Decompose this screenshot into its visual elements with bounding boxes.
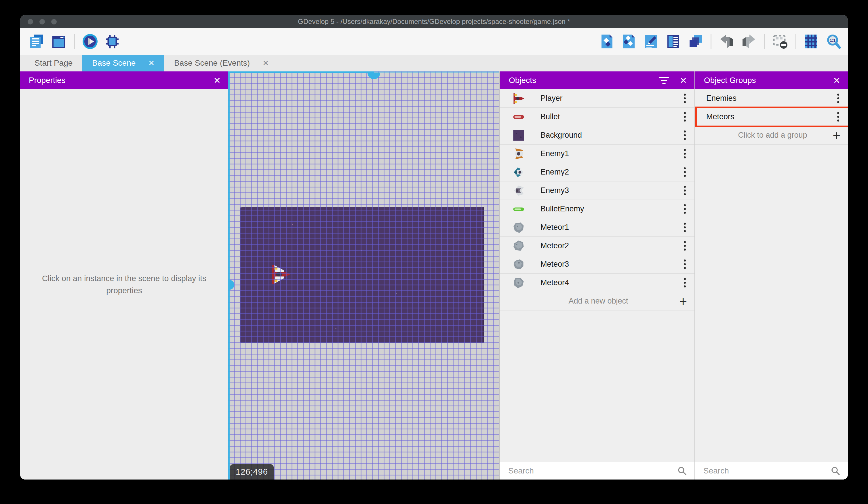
selection-border-top-faint: [374, 71, 499, 73]
object-menu-icon[interactable]: [837, 94, 839, 103]
close-panel-icon[interactable]: ✕: [833, 75, 840, 85]
scene-canvas[interactable]: 126;496: [228, 71, 499, 480]
group-row-enemies[interactable]: Enemies: [695, 89, 848, 108]
add-object-label: Add a new object: [500, 296, 679, 305]
object-menu-icon[interactable]: [684, 112, 686, 122]
debug-icon[interactable]: [104, 33, 121, 50]
toolbar-right-group: 1:1: [598, 33, 842, 50]
object-row-enemy1[interactable]: Enemy1: [500, 144, 694, 163]
layers-panel-icon[interactable]: [687, 33, 704, 50]
object-menu-icon[interactable]: [684, 204, 686, 214]
object-name: Meteor1: [540, 223, 569, 232]
toggle-mask-icon[interactable]: [772, 33, 788, 50]
instances-list-icon[interactable]: [665, 33, 682, 50]
object-name: Player: [540, 94, 562, 103]
groups-panel-spacer: [695, 144, 848, 462]
object-name: Bullet: [540, 112, 560, 121]
objects-search-bar: [500, 462, 694, 480]
object-menu-icon[interactable]: [684, 241, 686, 251]
groups-search-input[interactable]: [695, 466, 830, 475]
object-row-enemy3[interactable]: Enemy3: [500, 181, 694, 200]
object-menu-icon[interactable]: [684, 130, 686, 140]
properties-panel-icon[interactable]: [643, 33, 659, 50]
preview-play-icon[interactable]: [82, 33, 99, 50]
add-icon[interactable]: +: [833, 129, 840, 142]
selection-resize-handle-left[interactable]: [228, 280, 234, 290]
close-panel-icon[interactable]: ✕: [680, 75, 687, 85]
enemy-teal-icon: [512, 166, 525, 179]
object-name: BulletEnemy: [540, 204, 584, 213]
add-icon[interactable]: +: [679, 295, 687, 308]
object-menu-icon[interactable]: [684, 260, 686, 269]
object-row-meteor4[interactable]: Meteor4: [500, 274, 694, 292]
redo-icon[interactable]: [741, 33, 757, 50]
properties-empty-message: Click on an instance in the scene to dis…: [38, 272, 211, 296]
object-groups-panel-icon[interactable]: [620, 33, 637, 50]
object-row-player[interactable]: Player: [500, 89, 694, 108]
add-group-row[interactable]: Click to add a group +: [695, 126, 848, 144]
selection-resize-handle-top[interactable]: [368, 73, 380, 79]
object-menu-icon[interactable]: [684, 167, 686, 177]
object-menu-icon[interactable]: [684, 223, 686, 232]
object-menu-icon[interactable]: [684, 186, 686, 195]
object-name: Enemy1: [540, 149, 569, 158]
group-name: Enemies: [706, 94, 736, 103]
undo-icon[interactable]: [719, 33, 735, 50]
object-row-bulletenemy[interactable]: BulletEnemy: [500, 200, 694, 218]
toolbar-divider: [74, 34, 75, 49]
project-manager-icon[interactable]: [28, 33, 45, 50]
meteor-d-icon: [512, 276, 525, 289]
object-row-bullet[interactable]: Bullet: [500, 108, 694, 126]
scene-editor-icon[interactable]: [50, 33, 67, 50]
objects-panel-spacer: [500, 311, 694, 462]
enemy-orange-icon: [512, 148, 525, 160]
bullet-red-icon: [512, 111, 525, 123]
tab-base-scene-events[interactable]: Base Scene (Events)✕: [164, 55, 279, 71]
object-row-enemy2[interactable]: Enemy2: [500, 163, 694, 181]
object-menu-icon[interactable]: [837, 112, 839, 122]
objects-panel-icon[interactable]: [598, 33, 615, 50]
properties-panel-title: Properties: [29, 76, 66, 85]
object-row-background[interactable]: Background: [500, 126, 694, 144]
bullet-green-icon: [512, 203, 525, 215]
object-name: Enemy2: [540, 168, 569, 177]
close-tab-icon[interactable]: ✕: [262, 59, 269, 68]
enemy-gray-icon: [512, 184, 525, 197]
meteor-b-icon: [512, 240, 525, 252]
zoom-reset-icon[interactable]: 1:1: [825, 33, 842, 50]
properties-panel: Properties ✕ Click on an instance in the…: [20, 71, 228, 480]
toolbar: 1:1: [20, 28, 848, 55]
main-area: Properties ✕ Click on an instance in the…: [20, 71, 848, 480]
search-icon[interactable]: [677, 466, 687, 476]
object-row-meteor1[interactable]: Meteor1: [500, 218, 694, 237]
player-instance[interactable]: [270, 259, 291, 290]
meteor-c-icon: [512, 258, 525, 271]
filter-icon[interactable]: [659, 77, 669, 84]
close-tab-icon[interactable]: ✕: [148, 59, 155, 68]
object-row-meteor3[interactable]: Meteor3: [500, 255, 694, 274]
object-groups-panel-header: Object Groups ✕: [695, 71, 848, 89]
meteor-a-icon: [512, 221, 525, 234]
toolbar-divider: [711, 34, 711, 49]
cursor-coordinates-badge: 126;496: [230, 464, 274, 480]
add-object-row[interactable]: Add a new object +: [500, 292, 694, 311]
object-groups-panel-title: Object Groups: [704, 76, 756, 85]
object-name: Meteor4: [540, 278, 569, 287]
object-name: Meteor3: [540, 260, 569, 269]
groups-search-bar: [695, 462, 848, 480]
search-icon[interactable]: [830, 466, 840, 476]
object-menu-icon[interactable]: [684, 278, 686, 288]
close-panel-icon[interactable]: ✕: [214, 75, 221, 85]
objects-search-input[interactable]: [500, 466, 677, 475]
object-menu-icon[interactable]: [684, 94, 686, 103]
tab-base-scene[interactable]: Base Scene✕: [82, 55, 164, 71]
toggle-grid-icon[interactable]: [803, 33, 820, 50]
group-row-meteors[interactable]: Meteors: [695, 108, 848, 126]
object-row-meteor2[interactable]: Meteor2: [500, 237, 694, 255]
object-menu-icon[interactable]: [684, 149, 686, 158]
objects-panel-title: Objects: [509, 76, 536, 85]
tab-start-page[interactable]: Start Page: [25, 55, 82, 71]
window-title: GDevelop 5 - /Users/dkarakay/Documents/G…: [20, 18, 848, 26]
objects-panel: Objects ✕ PlayerBulletBackgroundEnemy1En…: [499, 71, 694, 480]
selection-border-top: [228, 71, 374, 73]
